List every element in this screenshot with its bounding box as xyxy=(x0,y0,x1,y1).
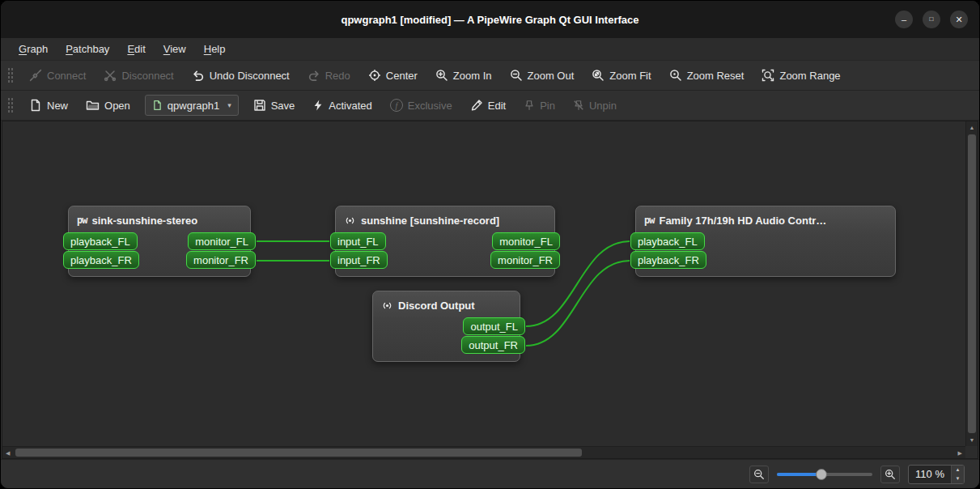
audio-port-out[interactable]: output_FR xyxy=(461,336,525,354)
patchbay-file-icon xyxy=(152,100,163,111)
menu-help[interactable]: Help xyxy=(196,40,234,57)
lightning-bolt-icon xyxy=(312,99,324,112)
menu-edit[interactable]: Edit xyxy=(119,40,153,57)
connect-button[interactable]: Connect xyxy=(26,66,89,85)
minimize-button[interactable]: – xyxy=(895,11,913,28)
node-sink-sunshine-stereo[interactable]: pw sink-sunshine-stereo playback_FL moni… xyxy=(68,206,251,277)
save-patchbay-button[interactable]: Save xyxy=(250,96,299,115)
zoom-range-icon xyxy=(762,69,774,82)
zoom-level-spinbox[interactable]: 110 % ▲ ▼ xyxy=(908,465,965,484)
pipewire-icon: pw xyxy=(644,215,654,226)
redo-icon xyxy=(308,69,320,82)
zoom-range-button[interactable]: Zoom Range xyxy=(758,66,843,85)
audio-port-in[interactable]: playback_FL xyxy=(630,232,705,250)
titlebar[interactable]: qpwgraph1 [modified] — A PipeWire Graph … xyxy=(1,1,979,38)
zoom-fit-button[interactable]: Zoom Fit xyxy=(588,66,654,85)
chevron-down-icon: ▾ xyxy=(227,101,231,109)
menu-view[interactable]: View xyxy=(155,40,194,57)
zoom-in-icon xyxy=(885,469,896,480)
audio-port-in[interactable]: playback_FR xyxy=(630,251,706,269)
pipewire-icon: pw xyxy=(77,215,87,226)
zoom-reset-button[interactable]: Zoom Reset xyxy=(666,66,748,85)
open-folder-icon xyxy=(86,99,100,112)
pin-button[interactable]: Pin xyxy=(520,96,558,115)
audio-port-out[interactable]: monitor_FL xyxy=(188,232,256,250)
node-discord-output[interactable]: Discord Output output_FL output_FR xyxy=(372,291,520,362)
zoom-out-button[interactable]: Zoom Out xyxy=(507,66,578,85)
open-patchbay-button[interactable]: Open xyxy=(83,96,134,115)
statusbar-zoom-out-button[interactable] xyxy=(749,466,769,483)
activated-toggle[interactable]: Activated xyxy=(309,96,375,115)
exclusive-toggle[interactable]: f Exclusive xyxy=(387,96,456,115)
scroll-left-arrow[interactable]: ◀ xyxy=(2,447,13,459)
audio-port-in[interactable]: playback_FL xyxy=(63,232,138,250)
exclusive-icon: f xyxy=(390,99,403,112)
menu-patchbay[interactable]: Patchbay xyxy=(57,40,117,57)
audio-port-out[interactable]: monitor_FR xyxy=(490,251,560,269)
node-family-hd-audio[interactable]: pw Family 17h/19h HD Audio Contr… playba… xyxy=(635,206,896,277)
spin-down-arrow[interactable]: ▼ xyxy=(952,474,964,483)
node-sunshine[interactable]: sunshine [sunshine-record] input_FL moni… xyxy=(335,206,555,277)
audio-port-out[interactable]: monitor_FL xyxy=(492,232,560,250)
undo-disconnect-button[interactable]: Undo Disconnect xyxy=(189,66,293,85)
undo-icon xyxy=(192,69,205,82)
horizontal-scrollbar[interactable]: ◀ ▶ xyxy=(2,446,965,458)
zoom-out-icon xyxy=(753,469,765,480)
app-window: qpwgraph1 [modified] — A PipeWire Graph … xyxy=(0,0,980,489)
pencil-icon xyxy=(470,99,483,112)
zoom-slider-handle[interactable] xyxy=(816,469,827,480)
unpin-button[interactable]: Unpin xyxy=(570,96,620,115)
statusbar: 110 % ▲ ▼ xyxy=(1,459,979,488)
vertical-scrollbar[interactable]: ▲ ▼ xyxy=(965,121,978,446)
window-controls: – □ ✕ xyxy=(895,1,968,38)
save-icon xyxy=(253,99,266,112)
zoom-reset-icon xyxy=(669,69,682,82)
pin-icon xyxy=(524,99,535,112)
audio-port-in[interactable]: input_FR xyxy=(330,251,388,269)
window-title: qpwgraph1 [modified] — A PipeWire Graph … xyxy=(341,14,638,26)
zoom-in-icon xyxy=(435,69,448,82)
connection-wires xyxy=(2,121,957,441)
patchbay-selector-value: qpwgraph1 xyxy=(168,100,219,112)
speaker-icon xyxy=(344,215,356,227)
statusbar-zoom-in-button[interactable] xyxy=(880,466,900,483)
audio-port-in[interactable]: input_FL xyxy=(330,232,386,250)
zoom-in-button[interactable]: Zoom In xyxy=(432,66,495,85)
center-icon xyxy=(368,69,381,82)
node-title: Discord Output xyxy=(398,300,475,312)
graph-toolbar: Connect Disconnect Undo Disconnect Redo … xyxy=(1,61,979,91)
zoom-out-icon xyxy=(510,69,523,82)
scroll-up-arrow[interactable]: ▲ xyxy=(966,121,978,134)
patchbay-toolbar: New Open qpwgraph1 ▾ Save Activated f Ex… xyxy=(1,91,979,121)
audio-port-out[interactable]: monitor_FR xyxy=(186,251,256,269)
patchbay-selector[interactable]: qpwgraph1 ▾ xyxy=(145,95,239,116)
zoom-level-value: 110 % xyxy=(909,466,951,483)
zoom-slider[interactable] xyxy=(777,468,872,481)
audio-port-in[interactable]: playback_FR xyxy=(63,251,139,269)
disconnect-button[interactable]: Disconnect xyxy=(100,66,176,85)
new-file-icon xyxy=(29,99,42,112)
speaker-icon xyxy=(381,300,393,312)
vertical-scrollbar-thumb[interactable] xyxy=(968,134,976,433)
new-patchbay-button[interactable]: New xyxy=(26,96,71,115)
redo-button[interactable]: Redo xyxy=(304,66,354,85)
audio-port-out[interactable]: output_FL xyxy=(463,317,525,335)
spin-up-arrow[interactable]: ▲ xyxy=(952,466,964,474)
node-title: sunshine [sunshine-record] xyxy=(361,215,499,227)
node-title: Family 17h/19h HD Audio Contr… xyxy=(659,215,826,227)
maximize-button[interactable]: □ xyxy=(923,11,940,28)
close-button[interactable]: ✕ xyxy=(950,11,968,28)
center-button[interactable]: Center xyxy=(365,66,421,85)
toolbar-drag-handle[interactable] xyxy=(7,97,13,113)
unpin-icon xyxy=(573,99,584,112)
graph-canvas[interactable]: pw sink-sunshine-stereo playback_FL moni… xyxy=(2,121,965,446)
menu-graph[interactable]: Graph xyxy=(11,40,56,57)
disconnect-icon xyxy=(104,69,117,82)
node-title: sink-sunshine-stereo xyxy=(91,215,197,227)
menubar: Graph Patchbay Edit View Help xyxy=(1,38,979,61)
scroll-right-arrow[interactable]: ▶ xyxy=(955,447,965,459)
horizontal-scrollbar-thumb[interactable] xyxy=(15,449,582,457)
edit-toggle[interactable]: Edit xyxy=(467,96,509,115)
toolbar-drag-handle[interactable] xyxy=(7,67,13,83)
scroll-down-arrow[interactable]: ▼ xyxy=(966,434,978,446)
